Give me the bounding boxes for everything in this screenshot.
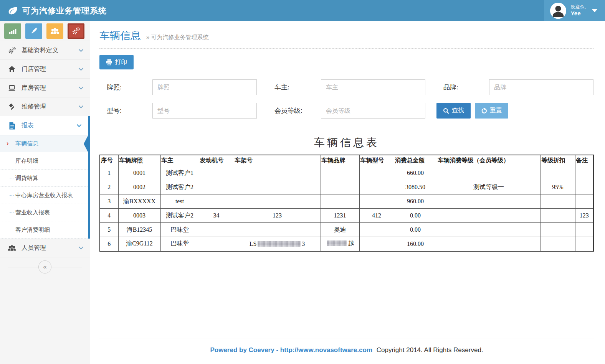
avatar (550, 3, 566, 19)
chevron-down-icon (592, 9, 597, 12)
table-cell (321, 194, 359, 209)
sidebar-item-base-data[interactable]: 基础资料定义 (0, 41, 90, 60)
sidebar-subitem-vehicle-info[interactable]: › 车辆信息 (0, 135, 88, 152)
table-cell: 测试等级一 (437, 180, 541, 194)
table-cell (541, 209, 575, 223)
table-cell: 越 (321, 237, 359, 251)
sidebar-item-label: 报表 (21, 122, 71, 130)
redacted-blur (258, 241, 301, 247)
sidebar-item-personnel[interactable]: 人员管理 (0, 239, 90, 257)
page-footer: Powered by Coevery - http://www.novasoft… (99, 339, 594, 364)
table-cell: 660.00 (394, 166, 437, 180)
sidebar-subitem-revenue-report[interactable]: 营业收入报表 (0, 204, 88, 221)
table-cell: 1231 (321, 209, 359, 223)
sidebar-item-repair[interactable]: 维修管理 (0, 97, 90, 116)
column-header: 车辆品牌 (321, 155, 359, 166)
table-cell: 巴味堂 (160, 237, 199, 251)
license-plate-input[interactable] (152, 79, 257, 95)
column-header: 等级折扣 (541, 155, 575, 166)
subitem-label: 客户消费明细 (15, 226, 50, 234)
table-cell (437, 223, 541, 237)
table-cell: 海B12345 (118, 223, 160, 237)
table-cell (359, 223, 394, 237)
table-cell (359, 237, 394, 251)
table-cell (541, 237, 575, 251)
table-cell: 0002 (118, 180, 160, 194)
table-cell: 95% (541, 180, 575, 194)
table-cell: 0003 (118, 209, 160, 223)
table-cell: 3 (100, 194, 118, 209)
report-submenu: › 车辆信息 库存明细 调货结算 中心库房营业收入报表 营业收入报表 (0, 135, 88, 239)
sidebar-item-label: 库房管理 (21, 84, 73, 92)
sidebar-subitem-central-warehouse-revenue[interactable]: 中心库房营业收入报表 (0, 187, 88, 204)
sidebar-item-reports[interactable]: 报表 (0, 116, 88, 135)
sidebar-item-warehouse[interactable]: 库房管理 (0, 79, 90, 97)
column-header: 车架号 (234, 155, 321, 166)
copyright-text: Copyright 2014. All Rights Reserved. (377, 346, 483, 354)
leaf-logo-icon (7, 7, 18, 15)
table-cell (199, 223, 234, 237)
search-button-label: 查找 (452, 107, 464, 115)
pencil-button[interactable] (25, 23, 42, 39)
sidebar-shortcuts (0, 21, 90, 41)
search-button[interactable]: 查找 (436, 103, 471, 119)
column-header: 车主 (160, 155, 199, 166)
main-content: 车辆信息 » 可为汽修业务管理系统 打印 牌照: 车主: 品牌: 型号: 会员等… (90, 21, 605, 364)
owner-input[interactable] (321, 79, 425, 95)
powered-by-link[interactable]: Powered by Coevery - http://www.novasoft… (210, 346, 372, 354)
subitem-label: 中心库房营业收入报表 (15, 192, 73, 199)
sidebar-item-label: 维修管理 (21, 103, 73, 111)
table-cell (199, 180, 234, 194)
column-header: 车辆牌照 (118, 155, 160, 166)
sidebar-subitem-customer-consumption[interactable]: 客户消费明细 (0, 221, 88, 239)
sidebar-collapse-button[interactable]: « (38, 260, 51, 273)
sidebar-subitem-transfer-settlement[interactable]: 调货结算 (0, 170, 88, 187)
app-brand: 可为汽修业务管理系统 (7, 5, 107, 16)
sidebar-item-label: 人员管理 (21, 244, 73, 252)
table-cell (437, 209, 541, 223)
username: Yee (571, 10, 586, 17)
model-input[interactable] (152, 103, 257, 119)
column-header: 消费总金额 (394, 155, 437, 166)
table-cell: 123 (234, 209, 321, 223)
owner-label: 车主: (274, 83, 321, 92)
column-header: 发动机号 (199, 155, 234, 166)
gears-icon (8, 47, 16, 54)
welcome-text: 欢迎你, Yee (571, 4, 586, 17)
table-cell (359, 194, 394, 209)
brand-input[interactable] (489, 79, 593, 95)
users-icon (8, 245, 16, 251)
table-cell (234, 194, 321, 209)
subitem-label: 库存明细 (15, 157, 38, 165)
table-row: 6渝C9G112巴味堂LS3越160.00 (100, 237, 593, 251)
chevron-down-icon (78, 246, 84, 250)
table-cell (321, 166, 359, 180)
table-cell: test (160, 194, 199, 209)
page-root: 可为汽修业务管理系统 欢迎你, Yee (0, 0, 605, 364)
bar-chart-icon (9, 28, 17, 35)
redacted-blur (327, 240, 347, 246)
print-button[interactable]: 打印 (99, 55, 134, 69)
file-icon (8, 122, 16, 130)
home-icon (8, 66, 16, 72)
page-title: 车辆信息 (99, 29, 141, 43)
user-group-button[interactable] (46, 23, 63, 39)
print-button-label: 打印 (115, 58, 127, 66)
gears-button[interactable] (68, 23, 84, 39)
reset-button-label: 重置 (490, 107, 502, 115)
table-cell: 巴味堂 (160, 223, 199, 237)
user-menu[interactable]: 欢迎你, Yee (544, 0, 605, 21)
report-table-title: 车辆信息表 (99, 135, 594, 150)
license-plate-label: 牌照: (99, 83, 152, 92)
chevron-down-icon (78, 68, 84, 71)
reset-button[interactable]: 重置 (475, 103, 508, 119)
table-cell: 412 (359, 209, 394, 223)
table-cell (321, 180, 359, 194)
table-cell: 测试客户1 (160, 166, 199, 180)
member-level-input[interactable] (321, 103, 425, 119)
table-cell: 测试客户2 (160, 209, 199, 223)
sidebar-subitem-inventory-detail[interactable]: 库存明细 (0, 152, 88, 170)
table-row: 20002测试客户23080.50测试等级一95% (100, 180, 593, 194)
sidebar-item-store[interactable]: 门店管理 (0, 60, 90, 79)
bar-chart-button[interactable] (4, 23, 21, 39)
